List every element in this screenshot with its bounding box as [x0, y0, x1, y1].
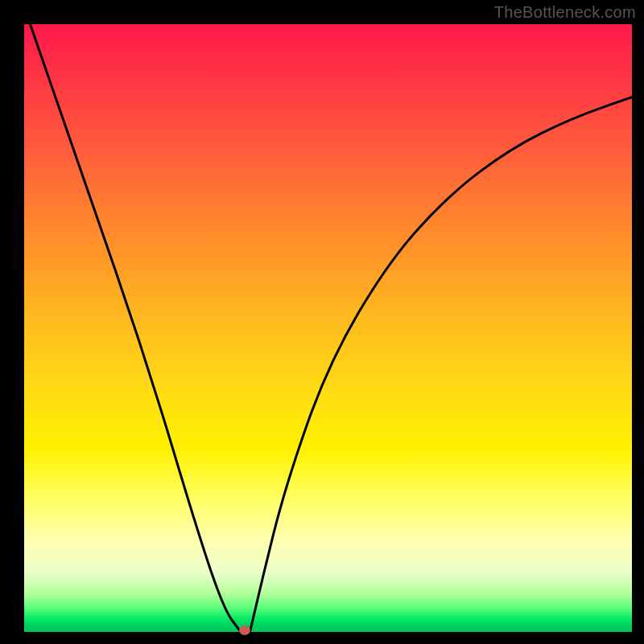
chart-marker-point	[239, 625, 250, 635]
watermark-text: TheBottleneck.com	[494, 3, 636, 22]
chart-curve	[24, 24, 632, 632]
